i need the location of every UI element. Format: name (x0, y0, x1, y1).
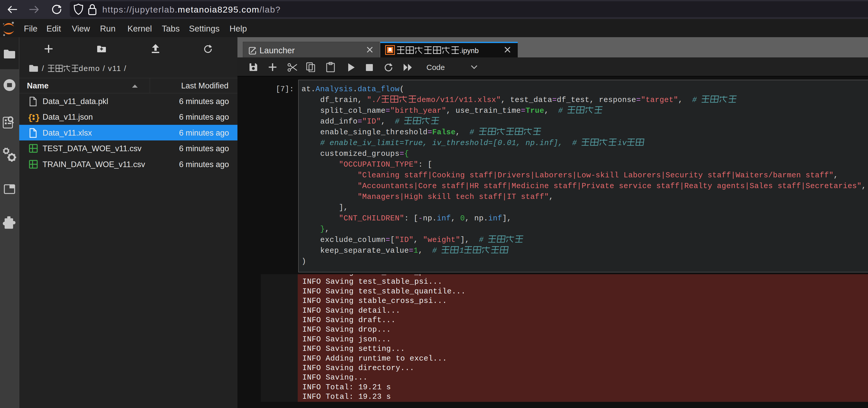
svg-text:}: } (35, 113, 39, 122)
svg-text:{: { (28, 113, 33, 122)
